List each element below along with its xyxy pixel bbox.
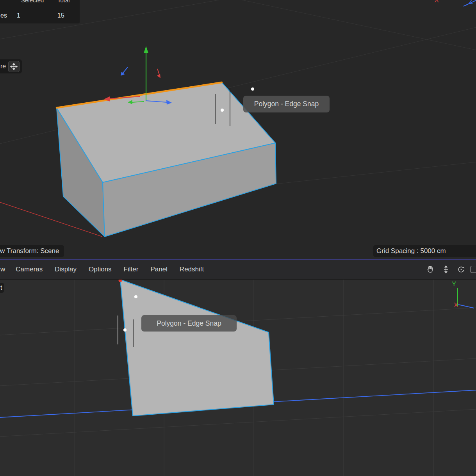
view-transform-label: w Transform: Scene [0,245,64,257]
application-window: Selected Total es 1 15 re [0,0,476,476]
stats-row-label-partial: es [0,12,7,19]
move-tool-icon [10,63,18,70]
perspective-viewport-canvas[interactable] [0,0,476,259]
frame-icon[interactable] [471,266,476,273]
perspective-viewport[interactable]: Selected Total es 1 15 re [0,0,476,259]
viewport-menubar: w Cameras Display Options Filter Panel R… [0,260,476,279]
menu-item-redshift[interactable]: Redshift [180,266,204,273]
axis-gizmo-z-label: Z [469,0,473,6]
view-transform-text: Transform: Scene [7,247,59,255]
view-name-partial-text: t [0,284,2,291]
snap-point-dot [123,328,127,332]
selection-stats-panel: Selected Total es 1 15 [0,0,80,23]
stats-total-value: 15 [57,12,64,19]
gizmo-plane-handle-blue[interactable] [123,67,128,73]
snap-mode-tooltip: Polygon - Edge Snap [243,96,330,112]
stats-selected-value: 1 [17,12,20,19]
menu-item-filter[interactable]: Filter [124,266,139,273]
ortho-viewport-canvas[interactable] [0,280,476,476]
tool-chip: re [0,59,22,73]
snap-point-dot [134,295,137,298]
axis-indicator-x-label: X [454,301,458,309]
axis-indicator-y-label: Y [452,280,456,288]
stats-header-selected: Selected [21,0,44,4]
snap-point-dot [221,109,224,112]
grid-spacing-text: Grid Spacing : 5000 cm [376,247,446,255]
selected-polygon[interactable] [120,280,274,416]
axis-gizmo-x-label: X [434,0,439,4]
menu-item-options[interactable]: Options [89,266,112,273]
axis-indicator-z-line [458,305,474,308]
move-tool-button[interactable] [8,61,20,72]
viewport-nav-icons [421,260,476,279]
rotate-view-icon[interactable] [457,265,465,274]
ortho-viewport[interactable]: Y X t Polygon - Edge Snap [0,279,476,476]
view-transform-partial: w [0,247,5,255]
snap-mode-tooltip-text: Polygon - Edge Snap [254,100,319,108]
view-name-label-partial: t [0,283,4,293]
stats-header-total: Total [57,0,70,4]
gizmo-plane-arrowhead-red[interactable] [157,74,160,78]
dolly-vertical-icon[interactable] [442,265,450,274]
menu-item-partial[interactable]: w [0,266,5,273]
snap-point-dot [251,87,254,91]
grid-spacing-label: Grid Spacing : 5000 cm [373,245,476,257]
gizmo-y-arrowhead[interactable] [144,46,148,53]
gizmo-plane-arrowhead-blue[interactable] [121,72,125,76]
snap-mode-tooltip-text: Polygon - Edge Snap [157,319,221,328]
tool-chip-label-partial: re [0,63,6,70]
snap-mode-tooltip: Polygon - Edge Snap [141,315,237,332]
pan-hand-icon[interactable] [426,265,435,274]
menu-item-cameras[interactable]: Cameras [16,266,43,273]
menu-item-panel[interactable]: Panel [150,266,167,273]
menu-item-display[interactable]: Display [55,266,77,273]
axis-indicator [458,288,474,308]
